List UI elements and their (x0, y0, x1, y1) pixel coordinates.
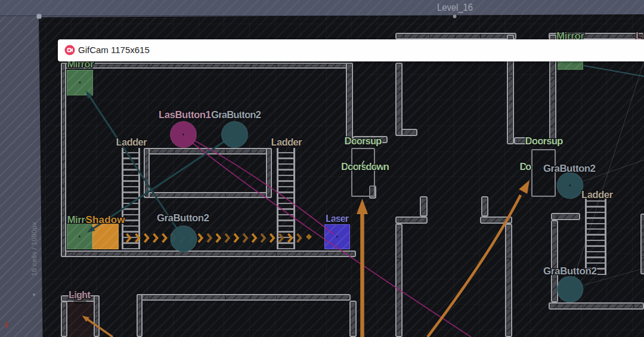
svg-text:Level_16: Level_16 (437, 2, 473, 13)
svg-text:18 cells / 1080px: 18 cells / 1080px (30, 221, 38, 276)
